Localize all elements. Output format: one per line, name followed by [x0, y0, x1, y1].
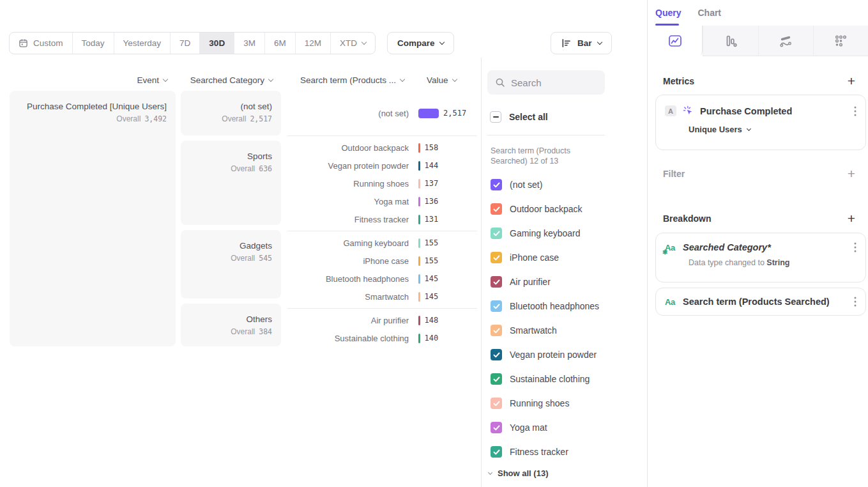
kebab-menu-icon[interactable]	[854, 106, 857, 116]
filter-list-item[interactable]: Sustainable clothing	[491, 367, 599, 391]
check-icon	[493, 182, 500, 188]
search-input[interactable]	[511, 77, 594, 88]
date-range-3m[interactable]: 3M	[234, 33, 265, 54]
table-row[interactable]: iPhone case155	[287, 252, 477, 270]
add-filter-button[interactable]: +	[848, 168, 855, 180]
checkbox-checked[interactable]	[491, 325, 502, 336]
select-all[interactable]: Select all	[490, 111, 548, 123]
filter-list-item[interactable]: Outdoor backpack	[491, 197, 599, 221]
breakdown-card-searched-category[interactable]: Aa✱ Searched Category* Data type changed…	[655, 233, 866, 282]
tab-chart[interactable]: Chart	[697, 0, 721, 26]
date-range-7d[interactable]: 7D	[171, 33, 200, 54]
checkbox-checked[interactable]	[491, 349, 502, 360]
value-bar	[418, 238, 420, 248]
filter-list-item[interactable]: Smartwatch	[491, 318, 599, 343]
column-header-search-term[interactable]: Search term (Products ...	[287, 75, 404, 85]
table-row[interactable]: Yoga mat136	[287, 192, 477, 210]
tab-insights[interactable]	[648, 26, 703, 56]
checkbox-checked[interactable]	[491, 179, 502, 190]
search-term-rows: (not set)2,517Outdoor backpack158Vegan p…	[287, 91, 477, 350]
tab-retention[interactable]	[813, 26, 868, 56]
table-row[interactable]: Running shoes137	[287, 174, 477, 192]
category-cell[interactable]: SportsOverall636	[181, 141, 281, 225]
filter-item-label: (not set)	[510, 180, 542, 190]
table-row[interactable]: Fitness tracker131	[287, 210, 477, 228]
filter-list-item[interactable]: iPhone case	[491, 245, 599, 270]
date-range-6m[interactable]: 6M	[265, 33, 296, 54]
kebab-menu-icon[interactable]	[854, 297, 857, 307]
retention-icon	[834, 35, 847, 47]
search-term-label: Smartwatch	[287, 292, 409, 302]
search-term-label: Running shoes	[287, 179, 409, 189]
column-header-value[interactable]: Value	[427, 75, 457, 85]
checkbox-checked[interactable]	[491, 228, 502, 239]
table-row[interactable]: Air purifier148	[287, 311, 477, 329]
category-cell[interactable]: (not set)Overall2,517	[181, 91, 281, 135]
metric-card[interactable]: A Purchase Completed Unique Users	[655, 95, 866, 150]
checkbox-checked[interactable]	[491, 446, 502, 458]
category-cell[interactable]: GadgetsOverall545	[181, 230, 281, 298]
value-number: 155	[425, 256, 439, 265]
table-row[interactable]: Smartwatch145	[287, 288, 477, 305]
event-overall: Overall3,492	[10, 114, 167, 123]
value-cell: 148	[418, 316, 438, 325]
date-range-label: 6M	[274, 38, 286, 48]
date-range-today[interactable]: Today	[73, 33, 114, 54]
category-name: Gadgets	[181, 241, 272, 251]
check-icon	[493, 376, 500, 382]
date-range-custom[interactable]: Custom	[10, 33, 73, 54]
table-row[interactable]: (not set)2,517	[287, 104, 477, 122]
tab-query[interactable]: Query	[655, 0, 681, 26]
date-range-12m[interactable]: 12M	[296, 33, 331, 54]
overall-label: Overall	[231, 327, 255, 336]
filter-list-item[interactable]: Gaming keyboard	[491, 221, 599, 245]
table-row[interactable]: Sustainable clothing140	[287, 329, 477, 347]
check-icon	[493, 255, 500, 261]
category-cell[interactable]: OthersOverall384	[181, 304, 281, 346]
measure-selector[interactable]: Unique Users	[656, 116, 865, 134]
filter-list-item[interactable]: Bluetooth headphones	[491, 294, 599, 318]
table-row[interactable]: Gaming keyboard155	[287, 234, 477, 252]
check-icon	[493, 425, 500, 431]
select-all-checkbox[interactable]	[490, 111, 501, 123]
filter-list-item[interactable]: (not set)	[491, 173, 599, 197]
breakdown-header: Breakdown +	[663, 213, 855, 224]
compare-button[interactable]: Compare	[387, 32, 455, 54]
filter-list-item[interactable]: Vegan protein powder	[491, 343, 599, 367]
column-header-searched-category[interactable]: Searched Category	[181, 75, 273, 85]
kebab-menu-icon[interactable]	[854, 242, 857, 252]
tab-flows[interactable]	[758, 26, 813, 56]
filter-list-item[interactable]: Yoga mat	[491, 415, 599, 440]
tab-funnels[interactable]	[703, 26, 758, 56]
add-metric-button[interactable]: +	[848, 75, 855, 87]
add-breakdown-button[interactable]: +	[848, 213, 855, 224]
show-all-toggle[interactable]: Show all (13)	[489, 468, 548, 478]
date-range-label: 12M	[305, 38, 321, 48]
checkbox-checked[interactable]	[491, 276, 502, 288]
table-row[interactable]: Outdoor backpack158	[287, 139, 477, 157]
breakdown-card-search-term[interactable]: Aa Search term (Products Searched)	[655, 288, 866, 316]
date-range-yesterday[interactable]: Yesterday	[114, 33, 171, 54]
checkbox-checked[interactable]	[491, 398, 502, 409]
date-range-label: 7D	[179, 38, 190, 48]
filter-list-item[interactable]: Running shoes	[491, 391, 599, 415]
table-row[interactable]: Bluetooth headphones145	[287, 270, 477, 288]
checkbox-checked[interactable]	[491, 203, 502, 215]
overall-value: 384	[259, 327, 272, 336]
table-row[interactable]: Vegan protein powder144	[287, 157, 477, 174]
header-label: Searched Category	[190, 75, 264, 85]
checkbox-checked[interactable]	[491, 422, 502, 433]
date-range-xtd[interactable]: XTD	[331, 33, 375, 54]
column-header-event[interactable]: Event	[10, 75, 167, 85]
overall-value: 2,517	[250, 114, 272, 123]
checkbox-checked[interactable]	[491, 373, 502, 385]
checkbox-checked[interactable]	[491, 252, 502, 263]
search-term-label: iPhone case	[287, 256, 409, 266]
filter-list-item[interactable]: Air purifier	[491, 270, 599, 294]
checkbox-checked[interactable]	[491, 300, 502, 312]
measure-label: Unique Users	[689, 125, 742, 134]
event-cell[interactable]: Purchase Completed [Unique Users] Overal…	[10, 91, 176, 346]
filter-list-item[interactable]: Fitness tracker	[491, 440, 599, 464]
overall-value: 3,492	[144, 114, 167, 123]
date-range-30d[interactable]: 30D	[200, 33, 234, 54]
